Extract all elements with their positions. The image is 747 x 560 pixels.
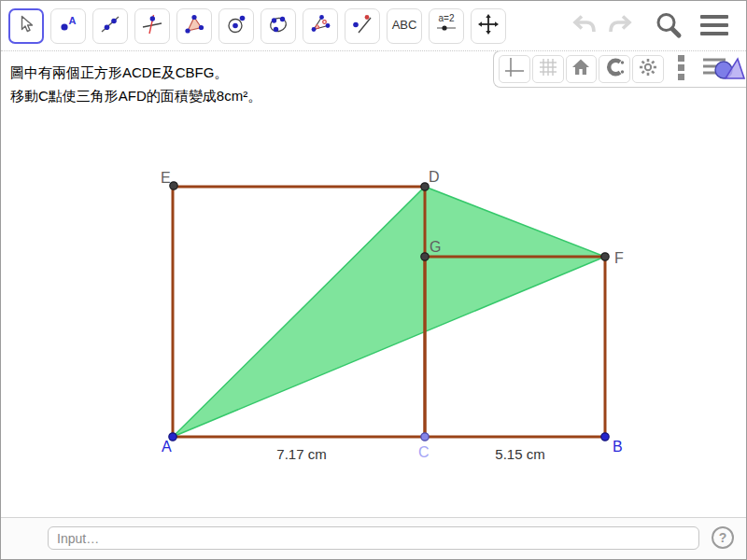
point-label-A: A — [162, 439, 172, 455]
settings-button[interactable] — [632, 55, 664, 83]
point-E[interactable] — [170, 182, 177, 189]
circle-center-icon — [225, 13, 247, 39]
conic-icon — [267, 13, 289, 39]
tool-move-cursor[interactable] — [8, 8, 44, 44]
grid-toggle-button[interactable] — [532, 55, 564, 83]
point-F[interactable] — [601, 253, 609, 260]
more-dots-icon — [677, 68, 686, 84]
reflect-icon — [351, 13, 374, 39]
tool-point-with-label[interactable]: A — [50, 8, 86, 44]
snap-to-grid-button[interactable] — [599, 55, 630, 83]
tool-text[interactable]: ABC — [387, 8, 422, 44]
search-icon[interactable] — [654, 10, 684, 44]
point-label-E: E — [161, 170, 171, 186]
angle-icon — [309, 13, 331, 39]
snap-to-grid-icon — [603, 56, 626, 82]
task-line-2: 移動C點使三角形AFD的面積變成8cm²。 — [10, 84, 261, 107]
grid-icon — [537, 56, 559, 82]
more-options-button[interactable] — [677, 53, 686, 85]
task-text: 圖中有兩個正方形ACDE及CBFG。 移動C點使三角形AFD的面積變成8cm²。 — [10, 61, 261, 107]
point-C[interactable] — [421, 433, 429, 441]
tool-reflect-about-line[interactable] — [345, 8, 380, 44]
algebra-input[interactable] — [48, 526, 699, 550]
svg-text:A: A — [69, 14, 77, 25]
point-icon: A — [57, 13, 79, 39]
tool-polygon[interactable] — [176, 8, 212, 44]
tool-circle-with-center[interactable] — [218, 8, 254, 44]
perpendicular-line-icon — [141, 13, 163, 39]
tool-move-graphics-view[interactable] — [471, 8, 506, 44]
point-label-B: B — [613, 439, 623, 455]
point-label-C: C — [418, 444, 430, 460]
stylebar-toggle-button[interactable] — [701, 51, 746, 87]
redo-icon[interactable] — [605, 10, 635, 44]
graphics-stylebar — [493, 50, 746, 88]
measurement-label: 7.17 cm — [276, 446, 326, 462]
move-cursor-icon — [15, 13, 37, 39]
slider-tool-label: a=2 — [439, 13, 455, 23]
text-tool-icon: ABC — [389, 13, 419, 39]
help-button[interactable]: ? — [712, 526, 734, 549]
point-G[interactable] — [421, 253, 429, 260]
help-label: ? — [719, 530, 727, 545]
tool-line-through-two-points[interactable] — [92, 8, 128, 44]
undo-icon[interactable] — [570, 10, 599, 44]
text-tool-label: ABC — [392, 18, 417, 32]
tool-slider[interactable]: a=2 — [429, 8, 464, 44]
point-label-F: F — [614, 250, 624, 266]
axes-toggle-button[interactable] — [499, 55, 530, 83]
task-line-1: 圖中有兩個正方形ACDE及CBFG。 — [10, 61, 261, 84]
line-icon — [99, 13, 121, 39]
home-button[interactable] — [566, 55, 598, 83]
move-view-icon — [477, 13, 500, 39]
home-icon — [570, 56, 592, 82]
tool-perpendicular-line[interactable] — [134, 8, 170, 44]
tool-angle[interactable] — [303, 8, 338, 44]
polygon-icon — [183, 13, 205, 39]
input-bar: ? — [1, 517, 746, 559]
axes-icon — [503, 56, 526, 82]
settings-gear-icon — [637, 56, 659, 82]
point-label-D: D — [429, 169, 440, 185]
slider-tool-icon: a=2 — [433, 12, 459, 40]
tool-conic-through-points[interactable] — [261, 8, 296, 44]
point-D[interactable] — [421, 183, 429, 190]
geogebra-app: A — [0, 0, 747, 560]
point-B[interactable] — [601, 433, 609, 441]
point-label-G: G — [430, 239, 441, 255]
topbar-right — [570, 10, 729, 44]
menu-icon[interactable] — [699, 11, 729, 43]
triangle-AFD[interactable] — [173, 187, 605, 437]
measurement-label: 5.15 cm — [495, 446, 544, 462]
stylebar-toggle-icon — [701, 70, 746, 86]
